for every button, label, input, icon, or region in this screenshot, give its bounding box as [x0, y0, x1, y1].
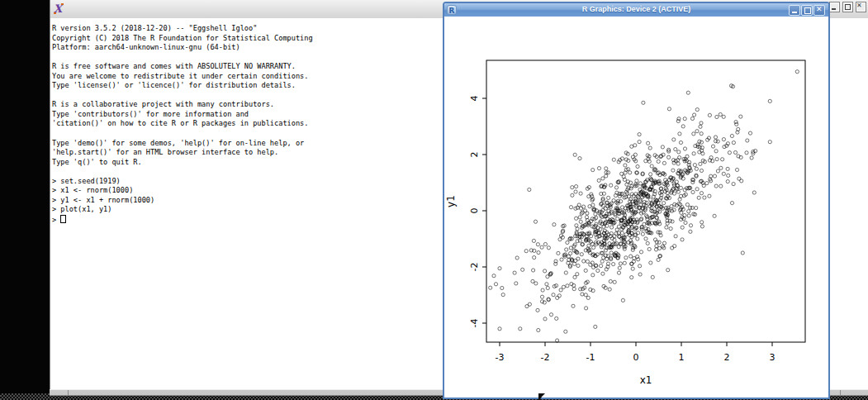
data-point: [576, 227, 579, 231]
data-point: [615, 228, 619, 231]
data-point: [543, 242, 547, 245]
data-point: [605, 167, 608, 170]
data-point: [752, 191, 756, 194]
data-point: [677, 117, 681, 121]
graphics-minimize-button[interactable]: [789, 5, 800, 16]
terminal-minimize-button[interactable]: [829, 2, 840, 12]
data-point: [498, 267, 501, 270]
data-point: [638, 273, 642, 276]
data-point: [555, 317, 558, 320]
r-graphics-window[interactable]: R R Graphics: Device 2 (ACTIVE) ✕ -3-2-1…: [443, 2, 830, 399]
data-point: [575, 217, 578, 220]
data-point: [494, 283, 497, 286]
data-point: [700, 221, 704, 224]
data-point: [695, 188, 699, 191]
data-point: [672, 208, 676, 212]
data-point: [644, 227, 647, 231]
data-point: [543, 269, 547, 273]
data-point: [582, 260, 586, 263]
data-point: [552, 293, 555, 297]
data-point: [711, 145, 714, 148]
graphics-titlebar[interactable]: R R Graphics: Device 2 (ACTIVE) ✕: [444, 3, 828, 17]
data-point: [695, 167, 698, 170]
y-tick-label: -4: [469, 319, 480, 328]
data-point: [631, 267, 634, 270]
data-point: [613, 280, 616, 283]
y-axis-label: y1: [445, 195, 457, 207]
data-point: [564, 330, 567, 333]
data-point: [617, 231, 620, 235]
x-tick-label: 2: [724, 352, 730, 363]
graphics-plot-area: -3-2-10123-4-2024x1y1: [444, 17, 828, 398]
data-point: [649, 261, 652, 264]
data-point: [750, 156, 753, 160]
data-point: [578, 157, 581, 160]
data-point: [636, 237, 639, 240]
y-tick-label: 0: [469, 208, 480, 214]
x-axis-label: x1: [640, 374, 652, 386]
data-point: [584, 269, 587, 272]
data-point: [569, 246, 572, 250]
data-point: [642, 101, 645, 104]
data-point: [698, 140, 701, 143]
data-point: [732, 183, 735, 186]
maximize-icon: [804, 7, 811, 14]
data-point: [693, 164, 696, 167]
x-tick-label: 0: [633, 352, 639, 363]
data-point: [597, 179, 600, 182]
data-point: [580, 253, 583, 256]
data-point: [540, 245, 543, 249]
data-point: [609, 251, 613, 255]
data-point: [609, 183, 613, 187]
data-point: [721, 158, 724, 161]
graphics-maximize-button[interactable]: [801, 5, 813, 16]
data-point: [716, 169, 719, 173]
data-point: [557, 294, 561, 298]
data-point: [676, 119, 680, 122]
terminal-maximize-button[interactable]: [842, 2, 853, 12]
data-point: [556, 339, 559, 342]
y-tick-label: -2: [469, 263, 480, 272]
data-point: [726, 167, 729, 170]
data-point: [501, 293, 505, 297]
data-point: [617, 225, 620, 228]
data-point: [681, 125, 685, 128]
data-point: [719, 184, 723, 188]
data-point: [616, 217, 619, 221]
data-point: [667, 155, 671, 159]
x-tick-label: -2: [541, 352, 550, 363]
data-point: [716, 140, 719, 143]
data-point: [689, 206, 692, 209]
data-point: [714, 136, 717, 139]
minimize-icon: [792, 12, 797, 13]
data-point: [571, 186, 574, 189]
data-point: [590, 193, 593, 196]
data-point: [500, 286, 504, 289]
data-point: [714, 150, 718, 153]
graphics-close-button[interactable]: ✕: [813, 5, 825, 16]
data-point: [582, 205, 586, 208]
data-point: [708, 113, 711, 117]
data-point: [666, 269, 670, 272]
scrollbar-divider: [68, 390, 69, 395]
data-point: [560, 258, 563, 261]
data-point: [591, 261, 594, 264]
x-tick-label: 1: [679, 352, 685, 363]
data-point: [689, 230, 692, 233]
data-point: [569, 206, 572, 209]
data-point: [623, 261, 626, 264]
data-point: [531, 279, 534, 283]
terminal-close-button[interactable]: ✕: [856, 2, 866, 12]
data-point: [708, 194, 711, 198]
data-point: [575, 224, 578, 227]
graphics-window-title: R Graphics: Device 2 (ACTIVE): [444, 5, 828, 13]
x11-logo-icon: X: [53, 2, 65, 15]
data-point: [600, 260, 604, 263]
data-point: [768, 99, 771, 102]
data-point: [633, 144, 637, 147]
data-point: [745, 151, 748, 155]
data-point: [768, 140, 771, 144]
data-point: [624, 158, 628, 161]
data-point: [566, 240, 569, 244]
data-point: [541, 288, 544, 292]
